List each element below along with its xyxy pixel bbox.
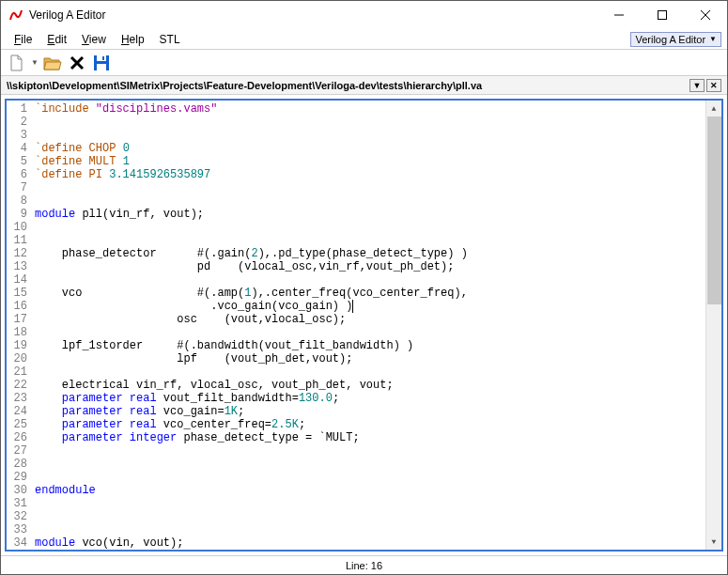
svg-rect-7 xyxy=(97,55,106,61)
chevron-down-icon: ▼ xyxy=(709,35,717,43)
menu-view[interactable]: View xyxy=(74,31,114,48)
open-file-button[interactable] xyxy=(42,53,63,73)
close-button[interactable] xyxy=(684,1,727,29)
delete-button[interactable] xyxy=(67,53,87,73)
status-bar: Line: 16 xyxy=(1,555,727,574)
code-editor[interactable]: 1 2 3 4 5 6 7 8 9 10 11 12 13 14 15 16 1… xyxy=(5,99,723,552)
svg-rect-8 xyxy=(97,64,106,70)
file-path: \\skipton\Development\SIMetrix\Projects\… xyxy=(7,80,688,91)
minimize-button[interactable] xyxy=(597,1,641,29)
titlebar: Verilog A Editor xyxy=(1,1,727,29)
status-line-indicator: Line: 16 xyxy=(346,560,382,571)
save-button[interactable] xyxy=(91,53,112,73)
panel-dropdown-button[interactable]: ▼ xyxy=(689,79,705,92)
toolbar: ▼ xyxy=(1,50,727,76)
panel-close-button[interactable]: ✕ xyxy=(706,79,721,92)
app-logo-icon xyxy=(8,8,23,23)
scroll-down-icon[interactable]: ▼ xyxy=(706,534,721,550)
svg-rect-9 xyxy=(102,56,104,60)
scrollbar-thumb[interactable] xyxy=(707,117,721,304)
window-title: Verilog A Editor xyxy=(29,8,597,22)
vertical-scrollbar[interactable]: ▲ ▼ xyxy=(705,101,721,550)
editor-selector-dropdown[interactable]: Verilog A Editor ▼ xyxy=(630,32,721,47)
maximize-button[interactable] xyxy=(641,1,684,29)
menu-help[interactable]: Help xyxy=(114,31,152,48)
code-area[interactable]: `include "disciplines.vams" `define CHOP… xyxy=(31,101,705,550)
menubar: File Edit View Help STL Verilog A Editor… xyxy=(1,29,727,50)
path-bar: \\skipton\Development\SIMetrix\Projects\… xyxy=(1,76,727,95)
new-file-button[interactable] xyxy=(7,53,27,73)
line-number-gutter: 1 2 3 4 5 6 7 8 9 10 11 12 13 14 15 16 1… xyxy=(7,101,31,550)
dropdown-arrow-icon[interactable]: ▼ xyxy=(31,58,39,67)
svg-rect-1 xyxy=(658,11,667,20)
editor-selector-label: Verilog A Editor xyxy=(635,34,705,45)
menu-file[interactable]: File xyxy=(7,31,39,48)
scroll-up-icon[interactable]: ▲ xyxy=(706,101,721,117)
menu-stl[interactable]: STL xyxy=(152,31,188,48)
menu-edit[interactable]: Edit xyxy=(39,31,74,48)
